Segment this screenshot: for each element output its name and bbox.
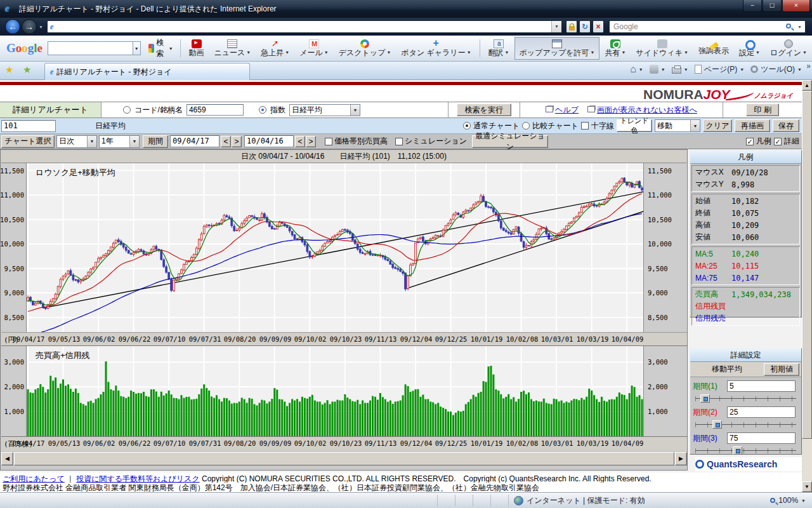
scroll-left-icon[interactable]: ◀ bbox=[1, 452, 13, 465]
toolbar-item-12[interactable]: 設定▼ bbox=[734, 37, 765, 60]
candlestick-chart[interactable]: ロウソク足+移動平均 bbox=[27, 163, 643, 332]
toolbar-item-13[interactable]: ログイン▼ bbox=[765, 37, 812, 60]
period-input-2[interactable] bbox=[727, 406, 796, 418]
print-page-button[interactable]: 印 刷 bbox=[746, 104, 779, 116]
add-favorite-icon[interactable]: ★ bbox=[23, 64, 31, 76]
legend-checkbox[interactable]: ✓ bbox=[746, 138, 754, 145]
zoom-icon[interactable] bbox=[770, 498, 775, 503]
refresh-button[interactable]: ↻ bbox=[579, 20, 591, 33]
forward-button[interactable]: → bbox=[22, 19, 37, 34]
execute-search-button[interactable]: 検索を実行 bbox=[457, 104, 511, 116]
noview-link[interactable]: 画面が表示されないお客様へ bbox=[597, 105, 697, 114]
tab-bar: ★ ★ e 詳細リアルチャート - 野村ジョイ ▼ ▼ ▼ ページ(P)▼ ツー… bbox=[0, 62, 812, 80]
toolbar-item-4[interactable]: デスクトップ▼ bbox=[334, 37, 396, 60]
code-radio[interactable] bbox=[123, 106, 131, 114]
period-input-3[interactable] bbox=[727, 432, 796, 444]
overflow-chevron-icon[interactable]: » bbox=[806, 62, 811, 70]
search-icon[interactable] bbox=[786, 23, 791, 29]
chart-horizontal-scrollbar[interactable]: ◀ ▶ bbox=[1, 452, 687, 465]
normal-chart-radio[interactable] bbox=[463, 122, 471, 130]
crosshair-checkbox[interactable] bbox=[581, 122, 589, 130]
close-button[interactable]: × bbox=[782, 0, 810, 12]
compare-chart-radio[interactable] bbox=[522, 122, 530, 130]
period-type-select[interactable]: 日次▼ bbox=[56, 135, 97, 148]
search-box[interactable]: Google ▼ bbox=[609, 20, 806, 33]
print-icon[interactable] bbox=[672, 67, 681, 74]
trend-color-button[interactable]: トレンド色 bbox=[617, 119, 652, 132]
date-from-input[interactable]: 09/04/17 bbox=[170, 135, 219, 147]
toolbar-item-3[interactable]: メール▼ bbox=[294, 37, 334, 60]
google-toolbar: Google ▼ 検索▼ 動画ニュース▼急上昇▼メール▼デスクトップ▼ボタン ギ… bbox=[0, 36, 812, 62]
search-dropdown-icon[interactable]: ▼ bbox=[797, 22, 802, 33]
toolbar-item-7[interactable]: 翻訳▼ bbox=[483, 37, 514, 60]
code-display[interactable]: 101 bbox=[1, 120, 56, 132]
simulation-checkbox[interactable] bbox=[395, 138, 403, 145]
tools-menu[interactable]: ツール(O) bbox=[761, 64, 795, 75]
chart-select-button[interactable]: チャート選択 bbox=[1, 135, 55, 148]
scroll-up-icon[interactable]: ▲ bbox=[802, 80, 812, 91]
trend-mode-select[interactable]: 移動▼ bbox=[655, 119, 700, 132]
page-menu-icon[interactable] bbox=[695, 65, 702, 74]
toolbar-item-8[interactable]: ポップアップを許可▼ bbox=[514, 37, 600, 60]
help-link[interactable]: ヘルプ bbox=[555, 105, 579, 114]
best-simulation-button[interactable]: 最適シミュレーション bbox=[472, 135, 548, 148]
date-tick-label: 09/11/13 bbox=[361, 335, 400, 343]
maximize-button[interactable]: □ bbox=[763, 0, 782, 12]
redraw-button[interactable]: 再描画 bbox=[735, 119, 770, 132]
date-from-next-button[interactable]: > bbox=[232, 136, 242, 147]
date-to-prev-button[interactable]: < bbox=[295, 136, 305, 147]
period-slider-1[interactable] bbox=[695, 394, 796, 403]
page-scrollbar-thumb[interactable] bbox=[802, 91, 812, 439]
scrollbar-thumb[interactable] bbox=[14, 452, 674, 465]
back-button[interactable]: ← bbox=[5, 19, 20, 34]
toolbar-item-5[interactable]: ボタン ギャラリー▼ bbox=[396, 37, 476, 60]
rss-icon[interactable] bbox=[650, 65, 658, 74]
terms-link[interactable]: ご利用にあたって bbox=[3, 474, 65, 483]
tab-active[interactable]: e 詳細リアルチャート - 野村ジョイ bbox=[44, 63, 250, 80]
toolbar-item-2[interactable]: 急上昇▼ bbox=[256, 37, 294, 60]
minimize-button[interactable]: － bbox=[743, 0, 762, 12]
index-radio[interactable] bbox=[259, 106, 266, 114]
toolbar-search-input[interactable] bbox=[48, 41, 133, 55]
slider-thumb[interactable] bbox=[733, 446, 742, 455]
page-menu[interactable]: ページ(P) bbox=[704, 64, 738, 75]
slider-thumb[interactable] bbox=[712, 420, 722, 429]
save-button[interactable]: 保存 bbox=[773, 119, 799, 132]
scroll-down-icon[interactable]: ▼ bbox=[802, 481, 812, 492]
volume-chart[interactable]: 売買高+信用残 bbox=[27, 346, 643, 436]
page-vertical-scrollbar[interactable]: ▲ ▼ bbox=[802, 80, 812, 492]
toolbar-item-11[interactable]: 強調表示 bbox=[693, 37, 734, 60]
index-select[interactable]: 日経平均▼ bbox=[289, 104, 360, 116]
stop-button[interactable]: × bbox=[593, 20, 604, 33]
span-select[interactable]: 1年▼ bbox=[99, 135, 140, 148]
period-slider-3[interactable] bbox=[695, 446, 796, 455]
reset-button[interactable]: 初期値 bbox=[764, 363, 799, 376]
toolbar-item-10[interactable]: サイドウィキ▼ bbox=[631, 37, 693, 60]
toolbar-search-button[interactable]: 検索▼ bbox=[145, 39, 177, 58]
address-bar[interactable]: e ▼ bbox=[47, 20, 562, 33]
history-dropdown-icon[interactable]: ▼ bbox=[39, 25, 43, 29]
period-input-1[interactable] bbox=[727, 380, 796, 392]
toolbar-item-9[interactable]: 共有▼ bbox=[599, 37, 631, 60]
code-input[interactable]: 4659 bbox=[187, 104, 244, 116]
detail-checkbox[interactable]: ✓ bbox=[774, 138, 782, 145]
toolbar-item-0[interactable]: 動画 bbox=[184, 37, 209, 60]
favorites-star-icon[interactable]: ★ bbox=[5, 64, 13, 76]
period-slider-2[interactable] bbox=[695, 420, 796, 429]
clear-button[interactable]: クリア bbox=[703, 119, 732, 132]
home-icon[interactable] bbox=[630, 64, 636, 75]
scroll-right-icon[interactable]: ▶ bbox=[675, 452, 687, 465]
toolbar-item-1[interactable]: ニュース▼ bbox=[209, 37, 256, 60]
risk-link[interactable]: 投資に関する手数料等およびリスク bbox=[76, 474, 200, 483]
address-dropdown-icon[interactable]: ▼ bbox=[551, 21, 561, 32]
volume-by-price-checkbox[interactable] bbox=[325, 138, 332, 145]
zoom-level[interactable]: 100% bbox=[778, 496, 798, 505]
tools-gear-icon[interactable] bbox=[750, 65, 758, 73]
date-from-prev-button[interactable]: < bbox=[221, 136, 231, 147]
date-to-input[interactable]: 10/04/16 bbox=[244, 135, 294, 147]
toolbar-search-dropdown-icon[interactable]: ▼ bbox=[133, 41, 141, 55]
zoom-dropdown-icon[interactable]: ▼ bbox=[801, 498, 806, 503]
ma-tab[interactable]: 移動平均 bbox=[690, 364, 764, 375]
slider-thumb[interactable] bbox=[700, 394, 710, 403]
date-to-next-button[interactable]: > bbox=[306, 136, 316, 147]
